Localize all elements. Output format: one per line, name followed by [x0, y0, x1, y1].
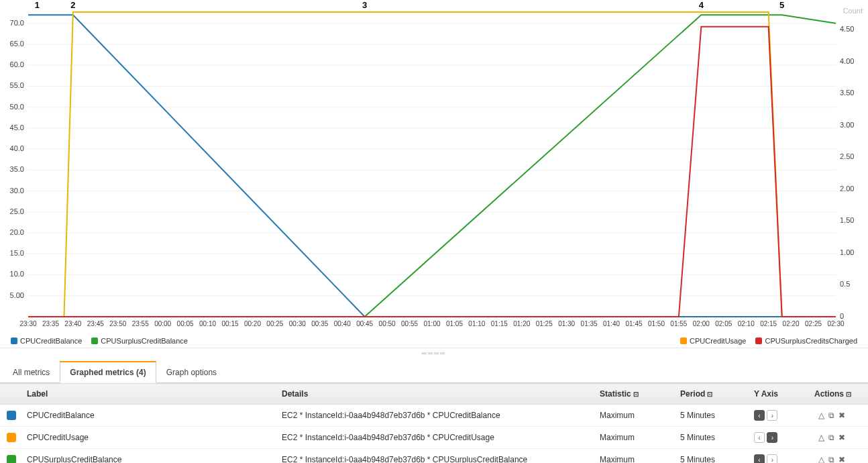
metric-color-swatch[interactable] — [7, 411, 16, 420]
metric-statistic[interactable]: Maximum — [593, 427, 673, 449]
svg-text:60.0: 60.0 — [10, 60, 24, 68]
duplicate-icon[interactable]: ⧉ — [828, 455, 834, 463]
col-period[interactable]: Period⊡ — [673, 384, 747, 405]
metric-details: EC2 * InstanceId:i-0aa4b948d7eb37d6b * C… — [275, 449, 593, 464]
legend-swatch — [11, 338, 17, 344]
table-row: CPUCreditUsageEC2 * InstanceId:i-0aa4b94… — [0, 427, 868, 449]
tab-all-metrics[interactable]: All metrics — [3, 362, 60, 382]
col-details[interactable]: Details — [275, 384, 593, 405]
svg-text:10.0: 10.0 — [10, 270, 24, 278]
svg-text:0: 0 — [840, 312, 844, 320]
chart-annotation: 3 — [362, 0, 367, 10]
yaxis-left-button[interactable]: ‹ — [754, 432, 765, 443]
svg-text:23:35: 23:35 — [42, 320, 59, 327]
svg-text:00:55: 00:55 — [401, 320, 418, 327]
row-actions: △⧉✖ — [808, 449, 868, 464]
metric-period[interactable]: 5 Minutes — [673, 405, 747, 427]
svg-text:45.0: 45.0 — [10, 123, 24, 132]
svg-text:23:40: 23:40 — [64, 320, 81, 327]
alarm-icon[interactable]: △ — [818, 433, 824, 442]
metrics-chart[interactable]: 5.0010.015.020.025.030.035.040.045.050.0… — [0, 0, 868, 336]
legend-item[interactable]: CPUCreditUsage — [680, 337, 746, 345]
alarm-icon[interactable]: △ — [818, 411, 824, 420]
chart-annotation: 2 — [70, 0, 75, 10]
svg-text:1.50: 1.50 — [840, 216, 854, 224]
yaxis-toggle: ‹ › — [747, 405, 808, 427]
legend-label: CPUCreditBalance — [20, 337, 82, 345]
series-CPUSurplusCreditsCharged — [28, 27, 836, 317]
yaxis-right-button[interactable]: › — [767, 410, 777, 421]
svg-text:00:50: 00:50 — [379, 320, 396, 327]
metrics-tabs: All metrics Graphed metrics (4) Graph op… — [0, 357, 868, 383]
tab-graphed-metrics[interactable]: Graphed metrics (4) — [60, 361, 156, 383]
svg-text:4.00: 4.00 — [840, 57, 854, 65]
svg-text:01:00: 01:00 — [423, 320, 440, 327]
duplicate-icon[interactable]: ⧉ — [828, 433, 834, 442]
popout-icon: ⊡ — [707, 391, 712, 398]
svg-text:70.0: 70.0 — [10, 19, 24, 27]
tab-graph-options[interactable]: Graph options — [156, 362, 227, 382]
svg-text:15.0: 15.0 — [10, 249, 24, 257]
yaxis-left-button[interactable]: ‹ — [754, 410, 765, 421]
metric-color-swatch[interactable] — [7, 433, 16, 442]
svg-text:40.0: 40.0 — [10, 144, 24, 152]
svg-text:01:05: 01:05 — [446, 320, 463, 327]
svg-text:01:25: 01:25 — [536, 320, 553, 327]
legend-item[interactable]: CPUSurplusCreditBalance — [91, 337, 188, 345]
popout-icon: ⊡ — [633, 391, 639, 398]
pane-resize-handle[interactable]: ════ — [0, 348, 868, 357]
metric-period[interactable]: 5 Minutes — [673, 449, 747, 464]
svg-text:0.5: 0.5 — [840, 280, 850, 288]
svg-text:00:10: 00:10 — [199, 320, 216, 327]
alarm-icon[interactable]: △ — [818, 455, 824, 463]
svg-text:00:05: 00:05 — [177, 320, 194, 327]
series-CPUCreditBalance — [28, 15, 836, 317]
svg-text:23:50: 23:50 — [109, 320, 126, 327]
svg-text:1.00: 1.00 — [840, 248, 854, 256]
table-row: CPUSurplusCreditBalanceEC2 * InstanceId:… — [0, 449, 868, 464]
table-row: CPUCreditBalanceEC2 * InstanceId:i-0aa4b… — [0, 405, 868, 427]
col-actions[interactable]: Actions⊡ — [808, 384, 868, 405]
svg-text:3.00: 3.00 — [840, 121, 854, 129]
metric-period[interactable]: 5 Minutes — [673, 427, 747, 449]
remove-icon[interactable]: ✖ — [838, 433, 845, 442]
metric-statistic[interactable]: Maximum — [593, 405, 673, 427]
duplicate-icon[interactable]: ⧉ — [828, 411, 834, 420]
metric-label[interactable]: CPUCreditBalance — [20, 405, 275, 427]
svg-text:2.50: 2.50 — [840, 152, 854, 160]
metric-label[interactable]: CPUSurplusCreditBalance — [20, 449, 275, 464]
remove-icon[interactable]: ✖ — [838, 411, 845, 420]
svg-text:02:10: 02:10 — [738, 320, 755, 327]
svg-text:00:25: 00:25 — [266, 320, 283, 327]
legend-label: CPUSurplusCreditsCharged — [765, 337, 857, 345]
svg-text:00:40: 00:40 — [334, 320, 351, 327]
svg-text:01:40: 01:40 — [603, 320, 620, 327]
yaxis-right-button[interactable]: › — [767, 432, 777, 443]
metric-statistic[interactable]: Maximum — [593, 449, 673, 464]
svg-text:00:35: 00:35 — [311, 320, 328, 327]
yaxis-right-button[interactable]: › — [767, 454, 777, 463]
yaxis-toggle: ‹ › — [747, 427, 808, 449]
col-statistic[interactable]: Statistic⊡ — [593, 384, 673, 405]
yaxis-left-button[interactable]: ‹ — [754, 454, 765, 463]
yaxis-toggle: ‹ › — [747, 449, 808, 464]
legend-swatch — [91, 338, 98, 344]
remove-icon[interactable]: ✖ — [838, 455, 845, 463]
legend-item[interactable]: CPUCreditBalance — [11, 337, 82, 345]
svg-text:01:20: 01:20 — [513, 320, 530, 327]
svg-text:23:30: 23:30 — [19, 320, 36, 327]
svg-text:01:55: 01:55 — [670, 320, 687, 327]
svg-text:00:15: 00:15 — [221, 320, 238, 327]
svg-text:00:00: 00:00 — [154, 320, 171, 327]
svg-text:00:20: 00:20 — [244, 320, 261, 327]
chart-annotation: 1 — [35, 0, 40, 10]
metric-label[interactable]: CPUCreditUsage — [20, 427, 275, 449]
svg-text:02:05: 02:05 — [715, 320, 732, 327]
series-CPUCreditUsage — [28, 12, 836, 317]
metric-color-swatch[interactable] — [7, 455, 16, 463]
col-label[interactable]: Label — [20, 384, 275, 405]
legend-label: CPUCreditUsage — [690, 337, 746, 345]
popout-icon: ⊡ — [846, 391, 851, 398]
svg-text:Count: Count — [843, 7, 863, 15]
legend-item[interactable]: CPUSurplusCreditsCharged — [755, 337, 857, 345]
